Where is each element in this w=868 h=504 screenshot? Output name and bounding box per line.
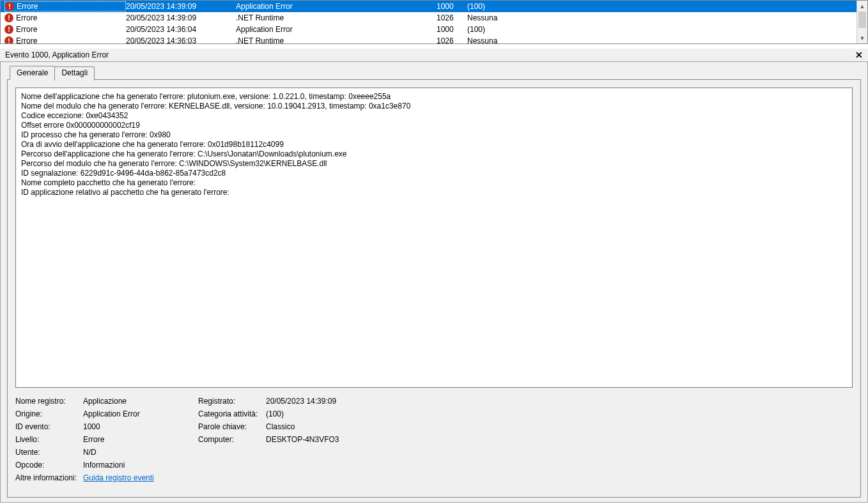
label-moreinfo: Altre informazioni: (15, 473, 83, 482)
scrollbar[interactable]: ▲ ▼ (856, 1, 867, 43)
detail-header: Evento 1000, Application Error ✕ (0, 48, 868, 62)
event-description[interactable]: Nome dell'applicazione che ha generato l… (15, 88, 853, 388)
error-icon (4, 36, 13, 44)
detail-header-title: Evento 1000, Application Error (5, 50, 109, 59)
scroll-thumb[interactable] (858, 11, 866, 28)
value-computer: DESKTOP-4N3VFO3 (266, 435, 381, 444)
value-logged: 20/05/2023 14:39:09 (266, 397, 381, 406)
cell-level: Errore (16, 25, 37, 34)
cell-level: Errore (17, 2, 38, 11)
tab-panel-general: Nome dell'applicazione che ha generato l… (7, 79, 861, 498)
cell-category: Nessuna (467, 13, 546, 22)
scroll-down-button[interactable]: ▼ (857, 33, 867, 43)
cell-eventid: 1000 (437, 25, 467, 34)
cell-source: .NET Runtime (236, 13, 437, 22)
scroll-up-button[interactable]: ▲ (857, 1, 867, 11)
label-source: Origine: (15, 409, 83, 418)
cell-level: Errore (16, 36, 37, 44)
cell-date: 20/05/2023 14:36:03 (126, 36, 236, 44)
error-icon (4, 13, 13, 22)
cell-source: Application Error (236, 25, 437, 34)
label-level: Livello: (15, 435, 83, 444)
table-row[interactable]: Errore 20/05/2023 14:36:04 Application E… (1, 24, 856, 35)
label-log-name: Nome registro: (15, 397, 83, 406)
close-icon[interactable]: ✕ (855, 50, 863, 60)
error-icon (4, 25, 13, 34)
value-user: N/D (83, 448, 179, 457)
value-eventid: 1000 (83, 422, 179, 431)
cell-category: (100) (467, 2, 546, 11)
detail-body: Generale Dettagli Nome dell'applicazione… (0, 62, 868, 503)
table-row[interactable]: Errore 20/05/2023 14:39:09 Application E… (1, 1, 856, 12)
label-user: Utente: (15, 448, 83, 457)
error-icon (5, 2, 14, 11)
value-opcode: Informazioni (83, 461, 179, 470)
label-taskcat: Categoria attività: (198, 409, 266, 418)
table-row[interactable]: Errore 20/05/2023 14:36:03 .NET Runtime … (1, 35, 856, 44)
label-keywords: Parole chiave: (198, 422, 266, 431)
event-log-help-link[interactable]: Guida registro eventi (83, 473, 154, 482)
label-computer: Computer: (198, 435, 266, 444)
cell-eventid: 1026 (437, 13, 467, 22)
label-opcode: Opcode: (15, 461, 83, 470)
value-level: Errore (83, 435, 179, 444)
cell-category: (100) (467, 25, 546, 34)
value-taskcat: (100) (266, 409, 381, 418)
cell-eventid: 1026 (437, 36, 467, 44)
cell-category: Nessuna (467, 36, 546, 44)
value-source: Application Error (83, 409, 179, 418)
value-log-name: Applicazione (83, 397, 179, 406)
cell-source: .NET Runtime (236, 36, 437, 44)
cell-eventid: 1000 (437, 2, 467, 11)
cell-source: Application Error (236, 2, 437, 11)
tab-details[interactable]: Dettagli (54, 66, 95, 80)
cell-date: 20/05/2023 14:39:09 (126, 2, 236, 11)
cell-level: Errore (16, 13, 37, 22)
tab-general[interactable]: Generale (10, 66, 55, 80)
cell-date: 20/05/2023 14:36:04 (126, 25, 236, 34)
table-row[interactable]: Errore 20/05/2023 14:39:09 .NET Runtime … (1, 12, 856, 24)
event-list[interactable]: Errore 20/05/2023 14:39:09 Application E… (0, 0, 868, 44)
value-keywords: Classico (266, 422, 381, 431)
cell-date: 20/05/2023 14:39:09 (126, 13, 236, 22)
label-eventid: ID evento: (15, 422, 83, 431)
label-logged: Registrato: (198, 397, 266, 406)
